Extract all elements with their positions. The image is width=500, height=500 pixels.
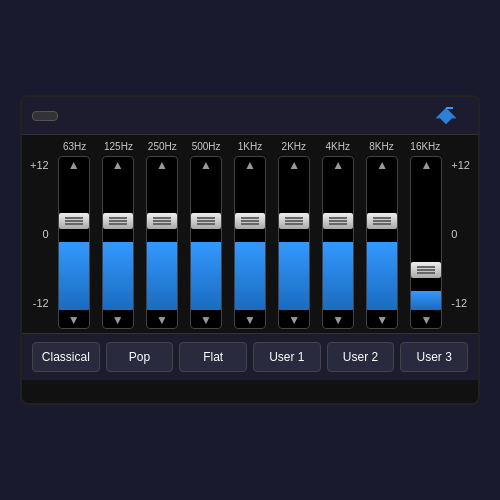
arrow-up-0[interactable]: ▲ (68, 159, 80, 171)
arrow-down-7[interactable]: ▼ (376, 314, 388, 326)
slider-fill-6 (323, 242, 353, 310)
preset-btn-classical[interactable]: Classical (32, 342, 100, 372)
arrow-down-5[interactable]: ▼ (288, 314, 300, 326)
slider-thumb-7[interactable] (367, 213, 397, 229)
slider-3[interactable]: ▲▼ (190, 156, 222, 329)
freq-8khz: 8KHz (360, 141, 404, 152)
slider-thumb-6[interactable] (323, 213, 353, 229)
slider-container-2khz: ▲▼ (273, 156, 315, 329)
slider-1[interactable]: ▲▼ (102, 156, 134, 329)
arrow-down-0[interactable]: ▼ (68, 314, 80, 326)
slider-container-4khz: ▲▼ (317, 156, 359, 329)
freq-1khz: 1KHz (228, 141, 272, 152)
freq-4khz: 4KHz (316, 141, 360, 152)
arrow-up-6[interactable]: ▲ (332, 159, 344, 171)
slider-7[interactable]: ▲▼ (366, 156, 398, 329)
eq-labels-left: +12 0 -12 (30, 141, 53, 329)
arrow-up-1[interactable]: ▲ (112, 159, 124, 171)
arrow-down-8[interactable]: ▼ (420, 314, 432, 326)
preset-btn-user-1[interactable]: User 1 (253, 342, 321, 372)
slider-container-125hz: ▲▼ (97, 156, 139, 329)
arrow-down-3[interactable]: ▼ (200, 314, 212, 326)
slider-thumb-0[interactable] (59, 213, 89, 229)
arrow-down-2[interactable]: ▼ (156, 314, 168, 326)
freq-125hz: 125Hz (97, 141, 141, 152)
slider-thumb-5[interactable] (279, 213, 309, 229)
freq-500hz: 500Hz (184, 141, 228, 152)
slider-5[interactable]: ▲▼ (278, 156, 310, 329)
slider-2[interactable]: ▲▼ (146, 156, 178, 329)
eq-label-top-right: +12 (451, 159, 470, 171)
slider-fill-2 (147, 242, 177, 310)
antenna-icon (434, 104, 458, 128)
slider-thumb-3[interactable] (191, 213, 221, 229)
arrow-up-3[interactable]: ▲ (200, 159, 212, 171)
slider-container-16khz: ▲▼ (405, 156, 447, 329)
header-right (434, 104, 468, 128)
preset-btn-pop[interactable]: Pop (106, 342, 174, 372)
preset-btn-user-2[interactable]: User 2 (327, 342, 395, 372)
slider-container-8khz: ▲▼ (361, 156, 403, 329)
slider-container-250hz: ▲▼ (141, 156, 183, 329)
slider-fill-5 (279, 242, 309, 310)
slider-thumb-2[interactable] (147, 213, 177, 229)
eq-label-mid-left: 0 (43, 228, 49, 240)
freq-250hz: 250Hz (140, 141, 184, 152)
arrow-up-4[interactable]: ▲ (244, 159, 256, 171)
arrow-up-5[interactable]: ▲ (288, 159, 300, 171)
eq-label-bot-right: -12 (451, 297, 467, 309)
freq-16khz: 16KHz (403, 141, 447, 152)
freq-63hz: 63Hz (53, 141, 97, 152)
sliders-row: ▲▼▲▼▲▼▲▼▲▼▲▼▲▼▲▼▲▼ (53, 156, 448, 329)
back-button[interactable] (32, 111, 58, 121)
slider-fill-4 (235, 242, 265, 310)
slider-fill-0 (59, 242, 89, 310)
frequency-labels: 63Hz 125Hz 250Hz 500Hz 1KHz 2KHz 4KHz 8K… (53, 141, 448, 152)
slider-4[interactable]: ▲▼ (234, 156, 266, 329)
eq-label-mid-right: 0 (451, 228, 457, 240)
header-bar (22, 97, 478, 135)
arrow-up-7[interactable]: ▲ (376, 159, 388, 171)
slider-fill-7 (367, 242, 397, 310)
svg-marker-0 (436, 108, 456, 124)
slider-fill-3 (191, 242, 221, 310)
slider-container-63hz: ▲▼ (53, 156, 95, 329)
device-frame: +12 0 -12 63Hz 125Hz 250Hz 500Hz 1KHz 2K… (20, 95, 480, 405)
arrow-up-8[interactable]: ▲ (420, 159, 432, 171)
slider-container-1khz: ▲▼ (229, 156, 271, 329)
freq-2khz: 2KHz (272, 141, 316, 152)
slider-fill-1 (103, 242, 133, 310)
eq-labels-right: +12 0 -12 (447, 141, 470, 329)
arrow-down-6[interactable]: ▼ (332, 314, 344, 326)
arrow-up-2[interactable]: ▲ (156, 159, 168, 171)
slider-thumb-8[interactable] (411, 262, 441, 278)
slider-thumb-1[interactable] (103, 213, 133, 229)
eq-sliders-container: 63Hz 125Hz 250Hz 500Hz 1KHz 2KHz 4KHz 8K… (53, 141, 448, 329)
arrow-down-1[interactable]: ▼ (112, 314, 124, 326)
eq-area: +12 0 -12 63Hz 125Hz 250Hz 500Hz 1KHz 2K… (22, 135, 478, 333)
slider-fill-8 (411, 291, 441, 310)
preset-btn-user-3[interactable]: User 3 (400, 342, 468, 372)
preset-btn-flat[interactable]: Flat (179, 342, 247, 372)
slider-8[interactable]: ▲▼ (410, 156, 442, 329)
slider-6[interactable]: ▲▼ (322, 156, 354, 329)
slider-container-500hz: ▲▼ (185, 156, 227, 329)
slider-0[interactable]: ▲▼ (58, 156, 90, 329)
presets-row: ClassicalPopFlatUser 1User 2User 3 (22, 333, 478, 380)
eq-label-bot-left: -12 (33, 297, 49, 309)
arrow-down-4[interactable]: ▼ (244, 314, 256, 326)
slider-thumb-4[interactable] (235, 213, 265, 229)
eq-label-top-left: +12 (30, 159, 49, 171)
